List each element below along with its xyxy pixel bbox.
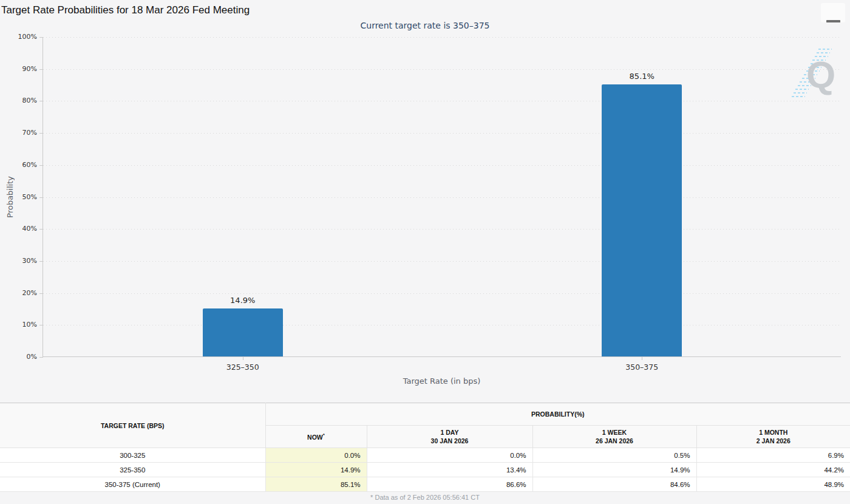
gridline-20 [43, 293, 841, 294]
chart-subtitle: Current target rate is 350–375 [0, 21, 850, 30]
fedwatch-page: Target Rate Probabilities for 18 Mar 202… [0, 0, 850, 504]
y-tick-mark-50 [39, 197, 43, 198]
y-tick-label-0: 0% [1, 353, 37, 361]
y-tick-label-60: 60% [1, 161, 37, 169]
menu-button[interactable] [821, 3, 845, 22]
y-tick-mark-20 [39, 293, 43, 294]
cell-0-1-week: 0.5% [532, 448, 696, 463]
cell-2-1-week: 84.6% [532, 477, 696, 492]
gridline-100 [43, 37, 841, 38]
y-tick-label-40: 40% [1, 225, 37, 233]
column-header-1-day: 1 DAY30 JAN 2026 [367, 426, 532, 448]
y-tick-label-70: 70% [1, 129, 37, 137]
gridline-50 [43, 197, 841, 198]
gridline-60 [43, 165, 841, 166]
rates-table-body: 300-3250.0%0.0%0.5%6.9%325-35014.9%13.4%… [0, 448, 850, 492]
bar-325–350[interactable] [203, 308, 283, 356]
y-tick-label-80: 80% [1, 97, 37, 104]
cell-0-1-day: 0.0% [367, 448, 532, 463]
gridline-40 [43, 229, 841, 230]
x-axis-title: Target Rate (in bps) [42, 376, 841, 386]
cell-2-1-day: 86.6% [367, 477, 532, 492]
cell-1-1-month: 44.2% [696, 463, 850, 477]
y-tick-mark-100 [39, 37, 43, 38]
cell-1-now: 14.9% [265, 463, 367, 477]
y-tick-mark-30 [39, 261, 43, 262]
table-header-target-rate: TARGET RATE (BPS) [0, 403, 265, 448]
cell-0-now: 0.0% [265, 448, 367, 463]
column-header-1-month: 1 MONTH2 JAN 2026 [696, 426, 850, 448]
x-tick-mark-0 [243, 357, 243, 360]
table-row-350-375-current-: 350-375 (Current)85.1%86.6%84.6%48.9% [0, 477, 850, 492]
bar-350–375[interactable] [602, 84, 682, 356]
x-tick-mark-1 [642, 357, 642, 360]
y-tick-mark-70 [39, 133, 43, 134]
y-tick-mark-60 [39, 165, 43, 166]
x-tick-label-1: 350–375 [602, 363, 682, 372]
column-header-now: NOW* [265, 426, 367, 448]
cell-1-1-day: 13.4% [367, 463, 532, 477]
gridline-10 [43, 325, 841, 325]
cell-1-1-week: 14.9% [532, 463, 696, 477]
cell-target-rate-1: 325-350 [0, 463, 265, 477]
y-tick-label-10: 10% [1, 321, 37, 329]
footer-note: * Data as of 2 Feb 2026 05:56:41 CT [0, 494, 850, 501]
page-title: Target Rate Probabilities for 18 Mar 202… [1, 4, 250, 16]
y-tick-label-50: 50% [1, 193, 37, 201]
y-tick-mark-40 [39, 229, 43, 230]
cell-target-rate-0: 300-325 [0, 448, 265, 463]
x-tick-label-0: 325–350 [203, 363, 283, 372]
bar-value-label-0: 14.9% [203, 296, 283, 305]
y-tick-mark-0 [39, 357, 43, 358]
gridline-90 [43, 69, 841, 70]
bar-value-label-1: 85.1% [602, 72, 682, 81]
cell-target-rate-2: 350-375 (Current) [0, 477, 265, 492]
y-tick-mark-80 [39, 101, 43, 101]
gridline-30 [43, 261, 841, 262]
gridline-80 [43, 101, 841, 101]
plot-area: 0%10%20%30%40%50%60%70%80%90%100%14.9%32… [42, 37, 841, 357]
cell-0-1-month: 6.9% [696, 448, 850, 463]
y-tick-mark-90 [39, 69, 43, 70]
y-tick-label-30: 30% [1, 257, 37, 265]
cell-2-now: 85.1% [265, 477, 367, 492]
y-tick-label-90: 90% [1, 65, 37, 73]
rates-table: TARGET RATE (BPS)PROBABILITY(%)NOW*1 DAY… [0, 403, 850, 492]
table-header-probability: PROBABILITY(%) [265, 403, 850, 426]
table-row-325-350: 325-35014.9%13.4%14.9%44.2% [0, 463, 850, 477]
y-tick-label-100: 100% [1, 33, 37, 41]
rates-table-head: TARGET RATE (BPS)PROBABILITY(%)NOW*1 DAY… [0, 403, 850, 448]
y-tick-mark-10 [39, 325, 43, 325]
table-row-300-325: 300-3250.0%0.0%0.5%6.9% [0, 448, 850, 463]
gridline-70 [43, 133, 841, 134]
cell-2-1-month: 48.9% [696, 477, 850, 492]
y-tick-label-20: 20% [1, 289, 37, 297]
column-header-1-week: 1 WEEK26 JAN 2026 [532, 426, 696, 448]
